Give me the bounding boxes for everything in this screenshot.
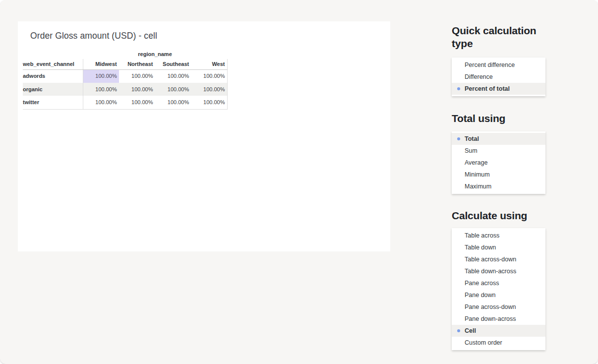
option-maximum[interactable]: Maximum [452,181,545,192]
quick-calculation-type-panel: Percent difference Difference Percent of… [452,58,545,96]
option-label: Table across [465,232,499,239]
option-label: Table down [465,244,496,251]
option-table-across[interactable]: Table across [452,230,545,242]
pivot-row-dimension-label[interactable]: web_event_channel [23,59,83,69]
settings-column: Quick calculation type Percent differenc… [452,24,545,350]
option-label: Pane down [465,292,496,299]
option-pane-across-down[interactable]: Pane across-down [452,301,545,313]
cell-organic-northeast[interactable]: 100.00% [119,83,155,96]
option-label: Custom order [465,339,502,346]
cell-adwords-midwest-highlighted[interactable]: 100.00% [83,69,119,83]
option-label: Maximum [465,183,491,190]
option-label: Cell [465,327,476,334]
quick-calculation-type-heading: Quick calculation type [452,24,545,50]
table-row-twitter: twitter 100.00% 100.00% 100.00% 100.00% [23,96,227,109]
total-using-heading: Total using [452,112,545,125]
pivot-header-row: web_event_channel Midwest Northeast Sout… [23,59,227,69]
cell-organic-southeast[interactable]: 100.00% [155,83,191,96]
pivot-column-header-northeast[interactable]: Northeast [119,59,155,69]
option-table-across-down[interactable]: Table across-down [452,253,545,265]
option-percent-difference[interactable]: Percent difference [452,59,545,71]
cell-twitter-west[interactable]: 100.00% [191,96,227,109]
cell-twitter-southeast[interactable]: 100.00% [155,96,191,109]
option-pane-down[interactable]: Pane down [452,289,545,301]
visualization-title: Order Gloss amount (USD) - cell [30,31,157,41]
option-label: Minimum [465,171,490,178]
pivot-column-header-midwest[interactable]: Midwest [83,59,119,69]
selected-dot-icon [457,137,460,140]
cell-organic-west[interactable]: 100.00% [191,83,227,96]
option-label: Pane across [465,280,499,287]
row-label-adwords: adwords [23,69,83,83]
option-label: Percent difference [465,61,515,68]
cell-adwords-southeast[interactable]: 100.00% [155,69,191,83]
option-label: Pane down-across [465,315,516,322]
option-pane-down-across[interactable]: Pane down-across [452,313,545,325]
row-label-twitter: twitter [23,96,83,109]
option-difference[interactable]: Difference [452,71,545,83]
pivot-table: region_name web_event_channel Midwest No… [23,48,228,110]
option-table-down[interactable]: Table down [452,242,545,253]
option-total[interactable]: Total [452,133,545,145]
option-pane-across[interactable]: Pane across [452,277,545,289]
visualization-card: Order Gloss amount (USD) - cell region_n… [18,21,390,251]
table-row-organic: organic 100.00% 100.00% 100.00% 100.00% [23,83,227,96]
option-label: Table across-down [465,256,516,263]
cell-organic-midwest[interactable]: 100.00% [83,83,119,96]
option-table-down-across[interactable]: Table down-across [452,265,545,277]
option-label: Pane across-down [465,303,516,310]
cell-twitter-midwest[interactable]: 100.00% [83,96,119,109]
pivot-corner-spacer [23,48,83,59]
total-using-panel: Total Sum Average Minimum Maximum [452,131,545,194]
table-row-adwords: adwords 100.00% 100.00% 100.00% 100.00% [23,69,227,83]
option-label: Average [465,159,487,166]
calculate-using-panel: Table across Table down Table across-dow… [452,228,545,350]
pivot-column-dimension-label: region_name [83,48,227,59]
pivot-column-header-southeast[interactable]: Southeast [155,59,191,69]
option-average[interactable]: Average [452,157,545,169]
pivot-dimension-row: region_name [23,48,227,59]
option-sum[interactable]: Sum [452,145,545,157]
calculate-using-heading: Calculate using [452,209,545,222]
cell-twitter-northeast[interactable]: 100.00% [119,96,155,109]
cell-adwords-west[interactable]: 100.00% [191,69,227,83]
option-label: Percent of total [465,85,510,92]
option-custom-order[interactable]: Custom order [452,337,545,349]
option-label: Sum [465,147,478,154]
option-label: Total [465,135,479,142]
option-minimum[interactable]: Minimum [452,169,545,181]
option-label: Table down-across [465,268,516,275]
selected-dot-icon [457,329,460,332]
option-percent-of-total[interactable]: Percent of total [452,83,545,95]
option-label: Difference [465,73,493,80]
app-screen: Order Gloss amount (USD) - cell region_n… [0,0,598,364]
row-label-organic: organic [23,83,83,96]
option-cell[interactable]: Cell [452,325,545,337]
selected-dot-icon [457,87,460,90]
cell-adwords-northeast[interactable]: 100.00% [119,69,155,83]
pivot-column-header-west[interactable]: West [191,59,227,69]
